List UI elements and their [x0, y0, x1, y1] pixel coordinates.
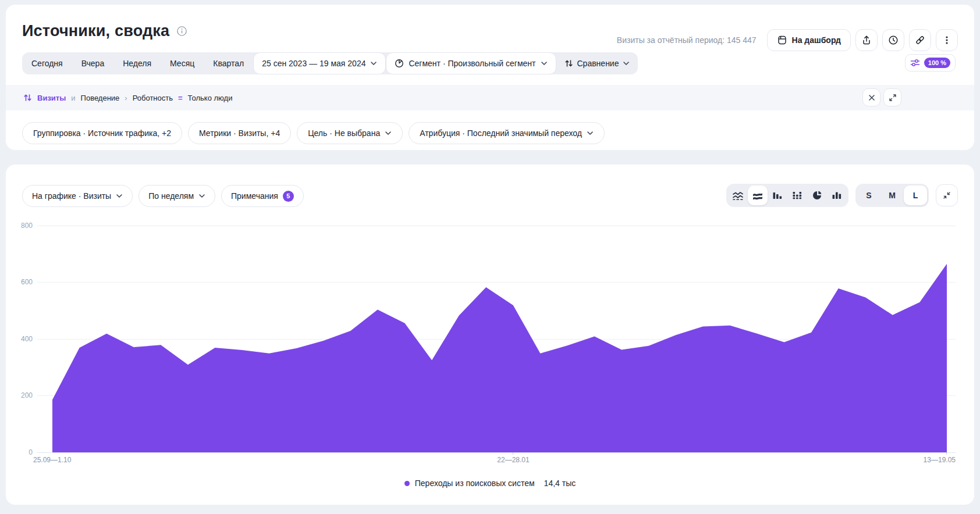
tab-month[interactable]: Месяц: [161, 52, 204, 74]
y-axis-label-800: 800: [6, 222, 33, 230]
segment-selector[interactable]: Сегмент · Произвольный сегмент: [386, 52, 556, 74]
period-tabs: Сегодня Вчера Неделя Месяц Квартал 25 се…: [22, 52, 638, 74]
filter-path-separator: ›: [125, 94, 127, 102]
tab-week[interactable]: Неделя: [113, 52, 161, 74]
filter-metric: Визиты: [37, 94, 66, 102]
metrica-sources-summary-page: Источники, сводка Визиты за отчётный пер…: [0, 0, 980, 514]
info-icon[interactable]: [176, 26, 187, 37]
filter-operator: =: [178, 94, 183, 102]
date-range-picker[interactable]: 25 сен 2023 — 19 мая 2024: [253, 52, 386, 74]
filter-path-group: Поведение: [81, 94, 120, 102]
chevron-down-icon: [623, 61, 630, 66]
attribution-chip-label: Атрибуция · Последний значимый переход: [420, 128, 582, 138]
segment-value: Сегмент · Произвольный сегмент: [409, 59, 535, 68]
filter-expression[interactable]: Визиты и Поведение › Роботность = Только…: [6, 93, 232, 102]
area-series: [52, 264, 947, 452]
y-axis-label-400: 400: [6, 335, 33, 343]
y-axis-label-200: 200: [6, 391, 33, 399]
compare-arrows-icon: [23, 93, 32, 102]
sampling-settings-button[interactable]: 100 %: [905, 54, 956, 72]
tab-today[interactable]: Сегодня: [22, 52, 72, 74]
goal-chip[interactable]: Цель · Не выбрана: [297, 122, 403, 144]
period-selector-row: Сегодня Вчера Неделя Месяц Квартал 25 се…: [22, 52, 638, 74]
export-button[interactable]: [855, 29, 878, 51]
y-axis-label-0: 0: [6, 448, 33, 456]
sliders-icon: [910, 58, 920, 67]
chart-card: На графике · Визиты По неделям Примечани…: [6, 165, 974, 505]
dashboard-icon: [777, 35, 787, 45]
kebab-menu-icon: [942, 35, 952, 45]
chevron-down-icon: [587, 131, 594, 135]
chevron-down-icon: [385, 131, 392, 135]
page-title-text: Источники, сводка: [22, 22, 169, 40]
clear-filter-button[interactable]: [862, 88, 880, 106]
more-menu-button[interactable]: [936, 29, 958, 51]
report-settings-chips: Группировка · Источник трафика, +2 Метри…: [22, 122, 605, 144]
x-tick-end: [946, 452, 947, 455]
tab-yesterday[interactable]: Вчера: [72, 52, 114, 74]
x-axis-label-start: 25.09—1.10: [33, 456, 71, 464]
header-card: Источники, сводка Визиты за отчётный пер…: [6, 5, 974, 150]
filter-conjunction: и: [71, 94, 75, 102]
tab-quarter[interactable]: Квартал: [204, 52, 253, 74]
filter-value: Только люди: [188, 94, 233, 102]
area-series-svg[interactable]: [37, 226, 956, 452]
attribution-chip[interactable]: Атрибуция · Последний значимый переход: [409, 122, 605, 144]
expand-filter-button[interactable]: [883, 88, 901, 106]
link-icon: [915, 35, 925, 45]
chevron-down-icon: [541, 61, 548, 66]
expand-icon: [889, 94, 897, 102]
grouping-chip[interactable]: Группировка · Источник трафика, +2: [22, 122, 182, 144]
x-tick-mid: [513, 452, 513, 455]
share-export-icon: [861, 35, 872, 45]
compare-arrows-icon: [564, 59, 573, 68]
metrics-chip-label: Метрики · Визиты, +4: [199, 128, 280, 138]
y-axis-label-600: 600: [6, 278, 33, 286]
date-range-value: 25 сен 2023 — 19 мая 2024: [262, 59, 365, 68]
visits-area-chart: 800 600 400 200 0 25.09—1.10 22—28.01 13…: [6, 165, 974, 505]
gridline-0: [37, 452, 956, 453]
chart-legend[interactable]: Переходы из поисковых систем 14,4 тыс: [6, 479, 974, 488]
chevron-down-icon: [370, 61, 377, 66]
filter-path-item: Роботность: [133, 94, 173, 102]
comparison-label: Сравнение: [577, 59, 619, 68]
copy-link-button[interactable]: [909, 29, 931, 51]
history-button[interactable]: [882, 29, 904, 51]
legend-series-value: 14,4 тыс: [544, 479, 576, 488]
to-dashboard-label: На дашборд: [792, 35, 841, 45]
x-axis-label-mid: 22—28.01: [497, 456, 529, 464]
x-axis-label-end: 13—19.05: [924, 456, 956, 464]
comparison-selector[interactable]: Сравнение: [556, 52, 638, 74]
applied-filter-bar: Визиты и Поведение › Роботность = Только…: [6, 85, 974, 110]
visits-period-summary: Визиты за отчётный период: 145 447: [617, 35, 757, 45]
close-icon: [868, 94, 876, 102]
legend-color-dot: [404, 481, 410, 486]
metrics-chip[interactable]: Метрики · Визиты, +4: [188, 122, 291, 144]
sampling-badge: 100 %: [924, 58, 950, 68]
clock-icon: [888, 35, 899, 45]
page-title: Источники, сводка: [22, 22, 187, 40]
goal-chip-label: Цель · Не выбрана: [308, 128, 380, 138]
header-actions: Визиты за отчётный период: 145 447 На да…: [617, 29, 958, 51]
legend-series-name: Переходы из поисковых систем: [415, 479, 535, 488]
segment-pie-icon: [395, 59, 404, 68]
to-dashboard-button[interactable]: На дашборд: [767, 29, 851, 51]
grouping-chip-label: Группировка · Источник трафика, +2: [33, 128, 171, 138]
